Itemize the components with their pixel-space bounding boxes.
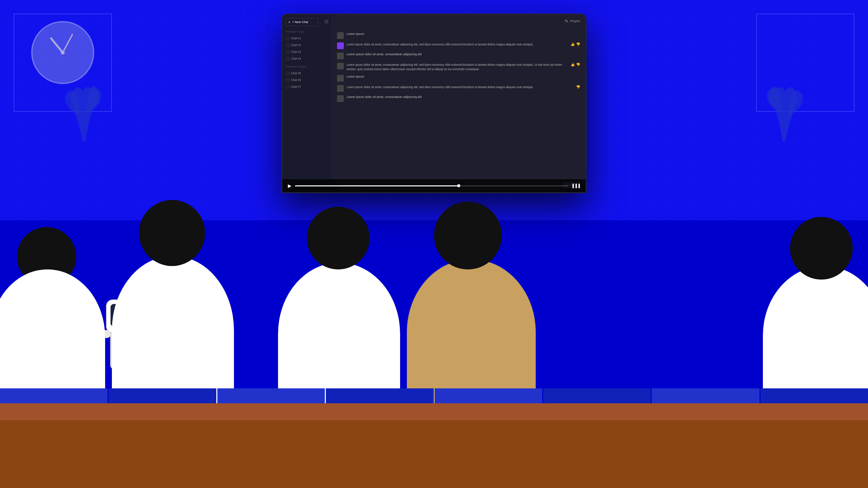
progress-thumb — [457, 184, 460, 187]
sidebar-item-chat3[interactable]: Chat #3 — [285, 49, 329, 55]
sidebar-toggle-icon[interactable]: ⊟ — [324, 19, 329, 24]
section-label-7days: Previous 7 Days — [285, 30, 329, 33]
person-2-head — [139, 200, 205, 266]
sidebar-item-chat2[interactable]: Chat #2 — [285, 42, 329, 48]
desk-tile-4 — [326, 388, 433, 405]
msg-content-3: Lorem ipsum dolor sit amet, consectetuer… — [347, 53, 580, 56]
sidebar-item-chat7[interactable]: Chat #7 — [285, 84, 329, 90]
checkbox-chat3[interactable] — [286, 50, 289, 54]
sidebar-item-chat5[interactable]: Chat #5 — [285, 70, 329, 76]
message-row-4: Lorem ipsum dolor sit amet, consectetuer… — [337, 63, 580, 72]
msg-content-7: Lorem ipsum dolor sit amet, consectetuer… — [347, 95, 580, 99]
checkbox-chat7[interactable] — [286, 85, 289, 88]
plant-decoration-left — [58, 75, 108, 142]
person-1 — [0, 269, 105, 405]
msg-text-5: Lorem ipsum — [347, 75, 580, 78]
avatar-1 — [337, 32, 344, 39]
chat2-label: Chat #2 — [291, 43, 301, 47]
person-4-body — [407, 259, 536, 405]
msg-text-1: Lorem ipsum — [347, 32, 580, 36]
desk-tile-5 — [435, 388, 542, 405]
desk — [0, 403, 868, 488]
person-5-head — [790, 217, 853, 280]
msg-content-4: Lorem ipsum dolor sit amet, consectetuer… — [347, 63, 568, 72]
desk-tile-8 — [761, 388, 868, 405]
person-5-body — [763, 266, 868, 405]
chat-sidebar: + + New Chat ⊟ Previous 7 Days Chat #1 C… — [282, 15, 332, 192]
avatar-4 — [337, 63, 344, 69]
thumbs-down-icon-6[interactable]: 👎 — [576, 85, 580, 89]
person-2 — [112, 256, 234, 405]
person-1-body — [0, 269, 105, 405]
new-chat-button[interactable]: + + New Chat — [285, 18, 318, 26]
desk-tile-row — [0, 388, 868, 405]
plant-decoration-right — [760, 75, 810, 142]
chat4-label: Chat #4 — [291, 57, 301, 60]
sidebar-item-chat1[interactable]: Chat #1 — [285, 35, 329, 41]
plugins-button[interactable]: 🔌 Plugins — [565, 19, 580, 23]
desk-surface — [0, 403, 868, 420]
person-2-body — [112, 256, 234, 405]
volume-indicator: ▐▐▐ — [571, 184, 580, 188]
checkbox-chat5[interactable] — [286, 72, 289, 75]
checkbox-chat4[interactable] — [286, 57, 289, 60]
plugin-icon: 🔌 — [565, 19, 568, 23]
sidebar-item-chat4[interactable]: Chat #4 — [285, 56, 329, 62]
chat1-label: Chat #1 — [291, 37, 301, 40]
avatar-6 — [337, 85, 344, 92]
desk-tile-7 — [652, 388, 759, 405]
desk-tile-3 — [217, 388, 325, 405]
chat-messages[interactable]: Lorem ipsum Lorem ipsum dolor sit amet, … — [332, 27, 586, 178]
avatar-3 — [337, 53, 344, 59]
msg-actions-4: 👍 👎 — [571, 63, 580, 66]
chat3-label: Chat #3 — [291, 50, 301, 54]
message-row-7: Lorem ipsum dolor sit amet, consectetuer… — [337, 95, 580, 102]
checkbox-chat1[interactable] — [286, 37, 289, 40]
chat6-label: Chat #6 — [291, 78, 301, 82]
desk-tile-1 — [0, 388, 107, 405]
msg-actions-2: 👍 👎 — [571, 42, 580, 46]
progress-bar[interactable] — [295, 185, 568, 186]
person-4 — [407, 259, 536, 405]
message-row-1: Lorem ipsum — [337, 32, 580, 39]
new-chat-label: + New Chat — [292, 20, 308, 24]
message-row-2: Lorem ipsum dolor sit amet, consectetuer… — [337, 42, 580, 49]
chat5-label: Chat #5 — [291, 72, 301, 75]
section-label-30days: Previous 30 Days — [285, 65, 329, 68]
thumbs-down-icon-4[interactable]: 👎 — [576, 63, 580, 66]
desk-tile-2 — [108, 388, 216, 405]
msg-text-3: Lorem ipsum dolor sit amet, consectetuer… — [347, 53, 580, 56]
msg-text-2: Lorem ipsum dolor sit amet, consectetuer… — [347, 42, 568, 47]
msg-content-2: Lorem ipsum dolor sit amet, consectetuer… — [347, 42, 568, 47]
progress-fill — [295, 185, 459, 186]
plus-icon: + — [288, 20, 290, 24]
thumbs-up-icon-4[interactable]: 👍 — [571, 63, 575, 66]
msg-content-5: Lorem ipsum — [347, 75, 580, 78]
laptop-screen: + + New Chat ⊟ Previous 7 Days Chat #1 C… — [281, 14, 587, 193]
msg-text-6: Lorem ipsum dolor sit amet, consectetuer… — [347, 85, 573, 89]
checkbox-chat6[interactable] — [286, 79, 289, 82]
person-3-head — [307, 207, 370, 269]
msg-content-6: Lorem ipsum dolor sit amet, consectetuer… — [347, 85, 573, 89]
sidebar-item-chat6[interactable]: Chat #6 — [285, 77, 329, 83]
message-row-3: Lorem ipsum dolor sit amet, consectetuer… — [337, 53, 580, 59]
thumbs-up-icon[interactable]: 👍 — [571, 42, 575, 46]
msg-content-1: Lorem ipsum — [347, 32, 580, 36]
message-row-5: Lorem ipsum — [337, 75, 580, 82]
thumbs-down-icon[interactable]: 👎 — [576, 42, 580, 46]
play-button[interactable]: ▶ — [288, 183, 292, 188]
plugins-label: Plugins — [570, 19, 580, 23]
msg-text-7: Lorem ipsum dolor sit amet, consectetuer… — [347, 95, 580, 99]
message-row-6: Lorem ipsum dolor sit amet, consectetuer… — [337, 85, 580, 92]
avatar-7 — [337, 95, 344, 102]
chat-main: 🔌 Plugins Lorem ipsum Lorem ipsum dolor … — [332, 15, 586, 192]
checkbox-chat2[interactable] — [286, 44, 289, 47]
desk-tile-6 — [543, 388, 651, 405]
person-3 — [278, 263, 400, 405]
wall-clock — [31, 20, 95, 85]
chat-header: 🔌 Plugins — [332, 15, 586, 27]
person-3-body — [278, 263, 400, 405]
avatar-2 — [337, 42, 344, 49]
person-5 — [763, 266, 868, 405]
avatar-5 — [337, 75, 344, 82]
